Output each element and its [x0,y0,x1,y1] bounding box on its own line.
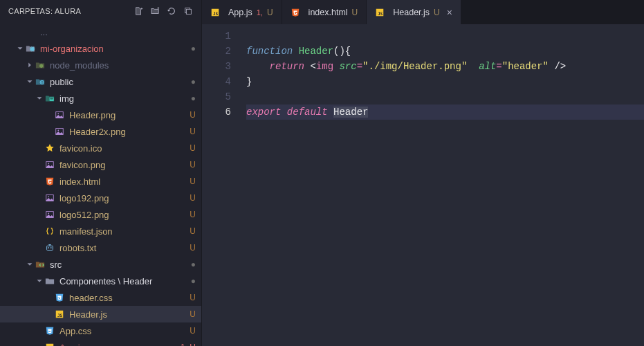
refresh-icon[interactable] [167,6,176,16]
file-header2x-png[interactable]: Header2x.png U [0,123,201,140]
modified-dot-icon: ● [172,93,196,103]
folder-node-modules[interactable]: node_modules [0,57,201,73]
code-content[interactable]: function Header(){ return <img src="./im… [242,24,644,346]
chevron-down-icon [25,77,35,86]
svg-point-2 [32,48,33,50]
src-folder-icon [35,260,46,269]
file-logo512[interactable]: logo512.png U [0,206,201,223]
tab-git-u: U [434,8,440,17]
tab-problems-count: 1, [257,8,263,17]
js-file-icon: JS [210,8,220,17]
file-label: Header.js [69,309,172,320]
collapse-all-icon[interactable] [183,6,193,16]
chevron-down-icon [15,44,25,53]
html-file-icon [291,8,300,17]
file-label: logo512.png [59,210,172,220]
code-line [246,89,644,104]
editor-area: JS App.js 1, U index.html U JS Header.js… [202,0,644,346]
explorer-actions [134,6,193,16]
folder-label: node_modules [50,60,196,71]
svg-rect-1 [186,9,191,14]
favicon-star-icon [44,143,55,153]
tab-app-js[interactable]: JS App.js 1, U [202,0,282,24]
image-file-icon [54,110,65,120]
explorer-sidebar: CARPETAS: ALURA ... mi-organizacion ● [0,0,202,346]
git-status-u: U [172,143,196,153]
file-header-js[interactable]: JS Header.js U [0,306,201,322]
line-number: 6 [202,104,231,120]
file-app-css[interactable]: App.css U [0,322,201,339]
modified-dot-icon: ● [172,276,196,286]
image-file-icon [54,127,65,136]
chevron-down-icon [35,93,44,103]
file-header-png[interactable]: Header.png U [0,107,201,123]
folder-img[interactable]: img ● [0,90,201,107]
folder-label: mi-organizacion [40,44,172,54]
react-folder-icon [25,44,36,53]
git-status-u: U [172,243,196,253]
file-robots[interactable]: robots.txt U [0,239,201,256]
modified-dot-icon: ● [172,260,196,269]
file-favicon-png[interactable]: favicon.png U [0,156,201,173]
folder-public[interactable]: public ● [0,73,201,90]
line-gutter: 1 2 3 4 5 6 [202,24,242,346]
js-file-icon: JS [54,309,65,319]
file-logo192[interactable]: logo192.png U [0,190,201,206]
git-status-u: U [172,176,196,186]
svg-text:JS: JS [378,10,383,15]
image-file-icon [44,160,55,170]
editor-body[interactable]: 1 2 3 4 5 6 function Header(){ return <i… [202,24,644,346]
file-favicon-ico[interactable]: favicon.ico U [0,140,201,156]
code-line: return <img src="./img/Header.png" alt="… [246,59,644,74]
line-number: 1 [202,28,231,44]
folder-label: Componentes \ Header [59,276,172,286]
folder-src[interactable]: src ● [0,256,201,273]
file-index-html[interactable]: index.html U [0,173,201,190]
new-folder-icon[interactable] [150,6,160,16]
file-manifest[interactable]: manifest.json U [0,223,201,239]
file-app-js[interactable]: JS App.js 1, U [0,339,201,346]
folder-mi-organizacion[interactable]: mi-organizacion ● [0,40,201,57]
folder-label: src [50,260,172,270]
img-folder-icon [44,93,55,103]
new-file-icon[interactable] [134,6,143,16]
svg-point-15 [48,196,49,197]
folder-label: public [50,77,172,87]
robot-file-icon [44,243,55,253]
folder-label: img [59,93,172,104]
image-file-icon [44,193,55,203]
folder-icon [44,276,55,286]
line-number: 2 [202,44,231,59]
line-number: 5 [202,89,231,104]
file-label: header.css [69,293,172,303]
file-label: favicon.png [59,160,172,170]
git-status-u: U [172,226,196,236]
file-label: manifest.json [59,226,172,237]
file-tree: ... mi-organizacion ● node_modules pub [0,22,201,346]
ellipsis-label: ... [40,27,196,37]
line-number: 4 [202,74,231,89]
code-line: } [246,74,644,89]
svg-rect-18 [47,246,53,250]
code-line: function Header(){ [246,44,644,59]
tab-close-icon[interactable]: × [447,7,452,18]
file-label: robots.txt [59,243,172,253]
tab-label: App.js [228,8,252,17]
file-header-css[interactable]: header.css U [0,289,201,306]
git-status-u: U [172,160,196,170]
git-status-u: U [172,193,196,203]
json-file-icon [44,226,55,236]
file-label: index.html [59,176,172,187]
folder-componentes-header[interactable]: Componentes \ Header ● [0,273,201,289]
file-label: logo192.png [59,193,172,203]
chevron-down-icon [25,260,35,269]
file-label: App.css [59,326,172,336]
git-status-u: U [172,110,196,120]
tab-index-html[interactable]: index.html U [282,0,367,24]
git-status-u: U [172,293,196,302]
tab-header-js[interactable]: JS Header.js U × [367,0,461,24]
git-status-u: U [172,309,196,319]
tree-ellipsis-row[interactable]: ... [0,24,201,40]
public-folder-icon [35,77,46,86]
js-file-icon: JS [44,343,55,346]
